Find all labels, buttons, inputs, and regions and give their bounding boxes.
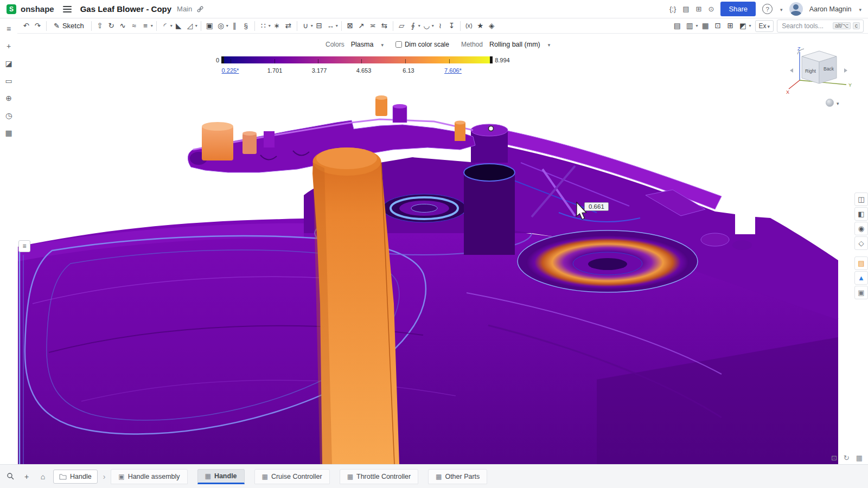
named-views-icon[interactable]: ⊡	[712, 20, 724, 32]
appearance-panel-icon[interactable]: ◪	[3, 58, 15, 69]
dropdown-caret-icon[interactable]	[696, 23, 698, 28]
publications-icon[interactable]: ⊕	[3, 93, 15, 104]
tab-throttle-controller[interactable]: ▦ Throttle Controller	[340, 469, 418, 484]
dropdown-caret-icon[interactable]	[226, 23, 228, 28]
render-quality-icon[interactable]: ⊡	[831, 454, 837, 462]
view-options-icon[interactable]: ◫	[854, 192, 868, 206]
tag-icon[interactable]: ◈	[486, 20, 497, 32]
dropdown-caret-icon[interactable]	[269, 23, 271, 28]
extrude-icon[interactable]: ⇧	[94, 20, 106, 32]
linear-pattern-icon[interactable]: ∷	[258, 20, 269, 32]
share-button[interactable]: Share	[720, 2, 756, 16]
feature-list-icon[interactable]: ≡	[3, 23, 15, 34]
onshape-logo-icon[interactable]: S	[7, 4, 16, 14]
redo-icon[interactable]: ↷	[32, 20, 43, 32]
chamfer-icon[interactable]: ◣	[173, 20, 184, 32]
split-icon[interactable]: ⊟	[314, 20, 325, 32]
featurescript-icon[interactable]: {;}	[669, 5, 676, 12]
tables-icon[interactable]: ▦	[3, 127, 15, 138]
help-icon[interactable]: ?	[762, 4, 773, 14]
section-view-icon[interactable]: ◧	[854, 207, 868, 221]
home-tab-icon[interactable]: ⌂	[37, 471, 49, 483]
revolve-icon[interactable]: ↻	[106, 20, 117, 32]
tab-handle-assembly[interactable]: ▣ Handle assembly	[111, 469, 187, 484]
folder-chip[interactable]: Handle	[53, 470, 98, 484]
display-options-icon[interactable]: ⊞	[725, 20, 736, 32]
render-mode-button[interactable]	[826, 99, 839, 107]
dim-color-scale-checkbox[interactable]	[395, 41, 402, 48]
color-scale-bar[interactable]	[221, 56, 493, 63]
boolean-icon[interactable]: ∪	[300, 20, 311, 32]
legend-lower-bound-link[interactable]: 0.225*	[222, 67, 239, 74]
dropdown-caret-icon[interactable]	[418, 23, 420, 28]
graphics-viewport[interactable]: Colors Plasma Dim color scale Method Rol…	[17, 34, 868, 464]
comments-icon[interactable]: ▭	[3, 75, 15, 86]
workspace-name[interactable]: Main	[177, 5, 192, 13]
share-link-icon[interactable]	[196, 5, 204, 13]
search-tools-input[interactable]	[781, 22, 831, 30]
circular-pattern-icon[interactable]: ∗	[271, 20, 283, 32]
language-globe-icon[interactable]: ⊙	[709, 5, 714, 12]
move-face-icon[interactable]: ↗	[356, 20, 367, 32]
dropdown-caret-icon[interactable]	[151, 23, 153, 28]
frame-icon[interactable]: ▥	[684, 20, 695, 32]
thread-icon[interactable]: §	[240, 20, 252, 32]
tab-cruise-controller[interactable]: ▦ Cruise Controller	[254, 469, 330, 484]
insertables-icon[interactable]: ▤	[682, 5, 689, 12]
rotate-right-arrow-icon[interactable]	[844, 68, 847, 73]
legend-upper-bound-link[interactable]: 7.606*	[444, 67, 462, 74]
hole-icon[interactable]: ◎	[215, 20, 227, 32]
extensions-dropdown[interactable]: Ex	[755, 20, 774, 32]
thicken-icon[interactable]: ≡	[140, 20, 151, 32]
custom-feature-icon[interactable]: ★	[475, 20, 486, 32]
loft-icon[interactable]: ≈	[129, 20, 140, 32]
replace-face-icon[interactable]: ⇆	[379, 20, 390, 32]
measure-icon[interactable]: ◇	[854, 236, 868, 250]
delete-part-icon[interactable]: ⊠	[344, 20, 356, 32]
grid-toggle-icon[interactable]: ▦	[856, 454, 863, 462]
help-caret-icon[interactable]	[779, 5, 783, 13]
transform-icon[interactable]: ↔	[325, 20, 336, 32]
isolate-icon[interactable]: ◉	[854, 222, 868, 235]
history-icon[interactable]: ◷	[3, 110, 15, 121]
colorscale-dropdown[interactable]: Plasma	[349, 40, 386, 49]
curvature-analysis-icon[interactable]: ▣	[854, 286, 868, 299]
search-tools-box[interactable]: alt/⌥ c	[777, 20, 864, 33]
spline-icon[interactable]: ◡	[421, 20, 432, 32]
appearance-icon[interactable]: ◩	[737, 20, 749, 32]
rotate-left-arrow-icon[interactable]	[790, 68, 793, 73]
main-menu-icon[interactable]	[63, 6, 72, 12]
add-feature-icon[interactable]: +	[3, 41, 15, 52]
shell-icon[interactable]: ▣	[204, 20, 215, 32]
analysis-layers-icon[interactable]: ▤	[854, 256, 868, 270]
plane-icon[interactable]: ▱	[396, 20, 407, 32]
dropdown-caret-icon[interactable]	[749, 23, 751, 28]
bom-icon[interactable]: ▦	[700, 20, 711, 32]
dropdown-caret-icon[interactable]	[170, 23, 173, 28]
rib-icon[interactable]: ∥	[229, 20, 240, 32]
dropdown-caret-icon[interactable]	[432, 23, 434, 28]
offset-surface-icon[interactable]: ≍	[367, 20, 379, 32]
tab-handle[interactable]: ▦ Handle	[197, 469, 245, 484]
fillet-icon[interactable]: ◜	[159, 20, 171, 32]
project-curve-icon[interactable]: ↧	[446, 20, 457, 32]
feature-list-flyout-button[interactable]: ≡	[18, 240, 30, 252]
undo-icon[interactable]: ↶	[21, 20, 32, 32]
method-dropdown[interactable]: Rolling ball (mm)	[487, 40, 552, 49]
sheet-metal-icon[interactable]: ▤	[672, 20, 683, 32]
new-tab-button[interactable]: +	[21, 471, 33, 483]
model-screw-boss[interactable]	[382, 194, 466, 222]
dropdown-caret-icon[interactable]	[311, 23, 313, 28]
helix-icon[interactable]: ∮	[407, 20, 419, 32]
dropdown-caret-icon[interactable]	[195, 23, 197, 28]
app-store-icon[interactable]: ⊞	[696, 5, 702, 12]
mirror-icon[interactable]: ⇄	[283, 20, 294, 32]
user-avatar[interactable]	[789, 2, 803, 16]
draft-icon[interactable]: ◿	[184, 20, 196, 32]
dropdown-caret-icon[interactable]	[336, 23, 338, 28]
variable-icon[interactable]: (x)	[463, 20, 475, 32]
sweep-icon[interactable]: ∿	[117, 20, 129, 32]
sync-status-icon[interactable]: ↻	[844, 454, 850, 462]
search-tabs-icon[interactable]	[4, 471, 16, 483]
intersection-curve-icon[interactable]: ≀	[435, 20, 446, 32]
